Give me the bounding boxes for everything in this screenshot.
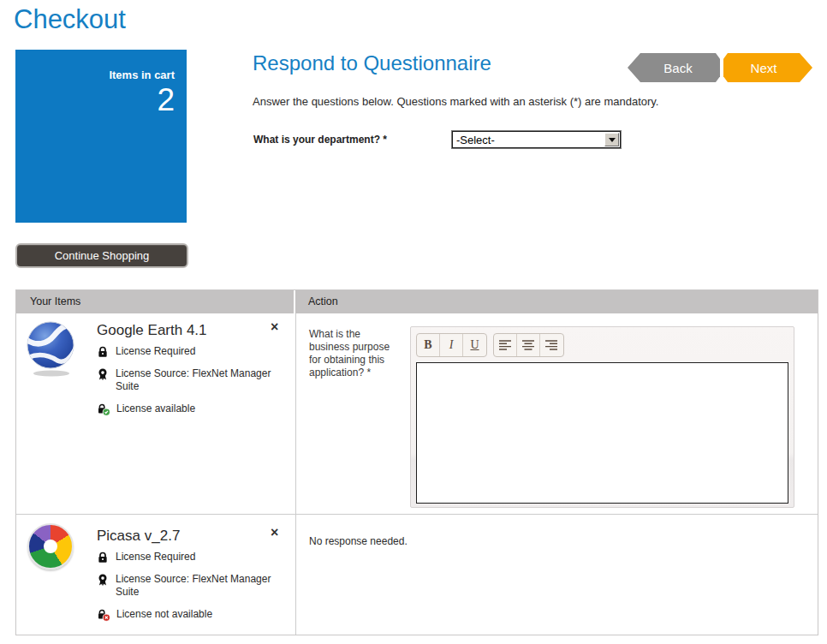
business-purpose-textarea[interactable] [416, 362, 788, 504]
item-name: Google Earth 4.1 [97, 322, 207, 339]
department-question-label: What is your department? * [253, 134, 387, 146]
cart-items-label: Items in cart [15, 69, 175, 81]
ribbon-icon [97, 573, 110, 599]
license-info-list: License Required License Source: FlexNet… [97, 345, 275, 420]
license-not-available-label: License not available [116, 608, 212, 625]
column-header-your-items: Your Items [16, 290, 295, 313]
license-not-available-icon [97, 608, 110, 625]
bold-button[interactable]: B [417, 334, 440, 356]
license-required-label: License Required [116, 551, 195, 567]
text-style-group: B I U [416, 333, 487, 357]
lock-icon [97, 551, 110, 567]
license-source-row: License Source: FlexNet Manager Suite [97, 573, 275, 599]
row-divider [16, 514, 818, 515]
table-header: Your Items Action [16, 290, 818, 313]
license-required-row: License Required [97, 345, 275, 361]
back-button-label: Back [663, 61, 692, 75]
underline-button[interactable]: U [463, 334, 486, 356]
license-available-label: License available [116, 402, 195, 420]
continue-shopping-button[interactable]: Continue Shopping [15, 243, 188, 268]
department-select-value: -Select- [453, 134, 604, 146]
ribbon-icon [97, 367, 110, 393]
cart-summary-box: Items in cart 2 [15, 50, 187, 223]
license-source-row: License Source: FlexNet Manager Suite [97, 367, 275, 393]
department-select[interactable]: -Select- [452, 131, 621, 148]
next-button-label: Next [751, 61, 777, 75]
license-status-row: License not available [97, 608, 275, 625]
back-button[interactable]: Back [628, 53, 720, 82]
align-left-button[interactable] [494, 334, 517, 356]
italic-button[interactable]: I [440, 334, 463, 356]
cart-count: 2 [15, 81, 175, 119]
business-purpose-question: What is the business purpose for obtaini… [309, 328, 396, 379]
column-divider [295, 313, 296, 635]
license-required-label: License Required [116, 345, 195, 361]
remove-item-button[interactable]: × [271, 527, 278, 539]
rich-text-editor: B I U [410, 326, 794, 508]
item-name: Picasa v_2.7 [97, 528, 180, 545]
dropdown-arrow-icon[interactable] [604, 133, 619, 146]
next-button[interactable]: Next [723, 53, 812, 82]
questionnaire-instructions: Answer the questions below. Questions ma… [253, 95, 658, 108]
google-earth-icon [25, 319, 78, 382]
lock-icon [97, 345, 110, 361]
continue-shopping-label: Continue Shopping [55, 249, 150, 262]
items-table: Your Items Action Google Earth 4.1 × [15, 289, 818, 635]
page-title: Checkout [14, 4, 126, 35]
license-required-row: License Required [97, 551, 275, 567]
column-header-action: Action [295, 290, 818, 313]
align-right-button[interactable] [540, 334, 563, 356]
remove-item-button[interactable]: × [271, 321, 278, 333]
questionnaire-title: Respond to Questionnaire [253, 51, 491, 75]
align-center-button[interactable] [517, 334, 540, 356]
license-source-label: License Source: FlexNet Manager Suite [116, 573, 275, 599]
license-source-label: License Source: FlexNet Manager Suite [116, 367, 275, 393]
license-info-list: License Required License Source: FlexNet… [97, 551, 275, 625]
no-response-text: No response needed. [309, 535, 408, 547]
alignment-group [493, 333, 564, 357]
picasa-icon [27, 523, 74, 569]
editor-toolbar: B I U [411, 327, 794, 361]
license-status-row: License available [97, 402, 275, 420]
license-available-icon [97, 402, 110, 420]
